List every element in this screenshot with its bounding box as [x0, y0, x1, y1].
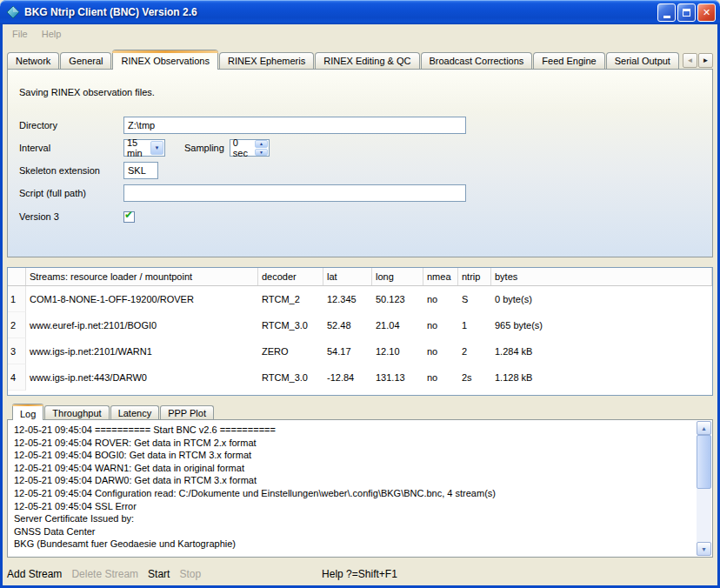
- row-number: 1: [8, 286, 26, 312]
- bnc-window: BKG Ntrip Client (BNC) Version 2.6 ✕ Fil…: [0, 0, 720, 588]
- version3-row: Version 3 ✔: [19, 208, 701, 225]
- title-bar[interactable]: BKG Ntrip Client (BNC) Version 2.6 ✕: [0, 0, 720, 24]
- help-shortcut-label: Help ?=Shift+F1: [322, 568, 397, 580]
- close-icon: ✕: [703, 8, 710, 17]
- arrow-down-icon: ▼: [259, 150, 263, 155]
- window-border-left: [0, 24, 3, 588]
- interval-dropdown-button[interactable]: ▼: [150, 141, 163, 155]
- log-line: GNSS Data Center: [14, 525, 691, 538]
- tab-broadcast-corrections[interactable]: Broadcast Corrections: [421, 52, 533, 69]
- cell-decoder: RTCM_3.0: [258, 312, 323, 338]
- streams-table-body: 1COM1-8-NONE-1-OFF-19200/ROVERRTCM_212.3…: [8, 286, 712, 391]
- minimize-icon: [663, 16, 670, 18]
- column-header-lat[interactable]: lat: [323, 268, 372, 285]
- log-line: 12-05-21 09:45:04 DARW0: Get data in RTC…: [14, 474, 691, 487]
- tab-throughput[interactable]: Throughput: [44, 405, 109, 419]
- log-line: 12-05-21 09:45:04 ========== Start BNC v…: [14, 424, 691, 437]
- scroll-left-icon: ◄: [687, 57, 694, 64]
- cell-lat: -12.84: [323, 364, 372, 391]
- add-stream-button[interactable]: Add Stream: [7, 568, 62, 580]
- log-scrollbar[interactable]: ▲ ▼: [697, 421, 711, 556]
- checkmark-icon: ✔: [124, 209, 133, 221]
- table-row[interactable]: 4www.igs-ip.net:443/DARW0RTCM_3.0-12.841…: [8, 364, 712, 391]
- cell-long: 131.13: [372, 364, 423, 391]
- table-row[interactable]: 1COM1-8-NONE-1-OFF-19200/ROVERRTCM_212.3…: [8, 286, 712, 312]
- tab-ppp-plot[interactable]: PPP Plot: [160, 405, 214, 419]
- cell-nmea: no: [423, 338, 458, 364]
- panel-description: Saving RINEX observation files.: [19, 87, 155, 97]
- spinner-up-button[interactable]: ▲: [255, 140, 268, 148]
- version3-label: Version 3: [19, 211, 123, 222]
- log-line: 12-05-21 09:45:04 SSL Error: [14, 500, 691, 513]
- sampling-value: 0 sec: [230, 137, 254, 158]
- log-output: 12-05-21 09:45:04 ========== Start BNC v…: [14, 424, 691, 555]
- cell-nmea: no: [423, 364, 458, 391]
- sampling-spinner[interactable]: 0 sec ▲ ▼: [230, 139, 270, 157]
- table-row[interactable]: 3www.igs-ip.net:2101/WARN1ZERO54.1712.10…: [8, 338, 712, 364]
- arrow-up-icon: ▲: [259, 141, 263, 146]
- script-label: Script (full path): [19, 188, 123, 198]
- cell-bytes: 1.284 kB: [491, 338, 712, 364]
- cell-ntrip: S: [458, 286, 491, 312]
- interval-select[interactable]: 15 min ▼: [123, 139, 165, 157]
- scrollbar-thumb[interactable]: [697, 435, 711, 489]
- cell-long: 50.123: [372, 286, 423, 312]
- cell-decoder: RTCM_3.0: [258, 364, 323, 391]
- bottom-button-bar: Add StreamDelete StreamStartStop Help ?=…: [3, 562, 717, 585]
- column-header-decoder[interactable]: decoder: [258, 268, 323, 285]
- row-number: 4: [8, 364, 26, 391]
- window-controls: ✕: [657, 3, 716, 22]
- tab-scroll-right-button[interactable]: ►: [698, 53, 713, 68]
- stop-button: Stop: [179, 568, 201, 580]
- log-line: Server Certificate Issued by:: [14, 512, 691, 525]
- tab-rinex-ephemeris[interactable]: RINEX Ephemeris: [219, 52, 314, 69]
- start-button[interactable]: Start: [148, 568, 170, 580]
- menu-bar: File Help: [3, 24, 717, 43]
- column-header-ntrip[interactable]: ntrip: [458, 268, 491, 285]
- table-row[interactable]: 2www.euref-ip.net:2101/BOGI0RTCM_3.052.4…: [8, 312, 712, 338]
- tab-rinex-editing-qc[interactable]: RINEX Editing & QC: [315, 52, 419, 69]
- scrollbar-up-button[interactable]: ▲: [697, 421, 711, 435]
- maximize-button[interactable]: [677, 3, 696, 22]
- tab-general[interactable]: General: [60, 52, 111, 69]
- cell-mountpoint: www.igs-ip.net:443/DARW0: [26, 364, 258, 391]
- version3-checkbox[interactable]: ✔: [123, 211, 135, 223]
- log-line: 12-05-21 09:45:04 ROVER: Get data in RTC…: [14, 437, 691, 450]
- menu-help[interactable]: Help: [35, 26, 69, 42]
- column-header-nmea[interactable]: nmea: [423, 268, 458, 285]
- log-line: 12-05-21 09:45:04 BOGI0: Get data in RTC…: [14, 449, 691, 462]
- tab-rinex-observations[interactable]: RINEX Observations: [112, 50, 217, 70]
- rinex-observations-panel: Saving RINEX observation files. Director…: [7, 69, 713, 257]
- script-input[interactable]: [123, 184, 466, 202]
- log-line: 12-05-21 09:45:04 WARN1: Get data in ori…: [14, 462, 691, 475]
- streams-table: Streams: resource loader / mountpointdec…: [7, 267, 713, 396]
- cell-decoder: RTCM_2: [258, 286, 323, 312]
- cell-long: 12.10: [372, 338, 423, 364]
- tab-network[interactable]: Network: [7, 52, 59, 69]
- cell-bytes: 965 byte(s): [491, 312, 712, 338]
- close-button[interactable]: ✕: [697, 3, 716, 22]
- directory-input[interactable]: [123, 117, 466, 134]
- scrollbar-track[interactable]: [697, 435, 711, 542]
- tab-bar: NetworkGeneralRINEX ObservationsRINEX Ep…: [7, 50, 713, 70]
- interval-label: Interval: [19, 143, 123, 153]
- tab-scroll-buttons: ◄ ►: [683, 53, 713, 68]
- cell-ntrip: 2s: [458, 364, 491, 391]
- cell-nmea: no: [423, 286, 458, 312]
- scrollbar-down-button[interactable]: ▼: [697, 542, 711, 556]
- minimize-button[interactable]: [657, 3, 676, 22]
- tab-serial-output[interactable]: Serial Output: [606, 52, 679, 69]
- tab-latency[interactable]: Latency: [110, 405, 160, 419]
- column-header-bytes[interactable]: bytes: [491, 268, 712, 285]
- streams-table-header: Streams: resource loader / mountpointdec…: [8, 268, 712, 286]
- menu-file[interactable]: File: [5, 26, 35, 42]
- skeleton-extension-input[interactable]: [123, 162, 158, 179]
- tab-feed-engine[interactable]: Feed Engine: [533, 52, 604, 69]
- spinner-down-button[interactable]: ▼: [255, 149, 268, 157]
- cell-lat: 12.345: [323, 286, 372, 312]
- tab-scroll-left-button[interactable]: ◄: [683, 53, 697, 68]
- column-header-streams[interactable]: Streams: resource loader / mountpoint: [26, 268, 258, 285]
- column-header-long[interactable]: long: [372, 268, 423, 285]
- cell-ntrip: 1: [458, 312, 491, 338]
- tab-log[interactable]: Log: [12, 404, 43, 420]
